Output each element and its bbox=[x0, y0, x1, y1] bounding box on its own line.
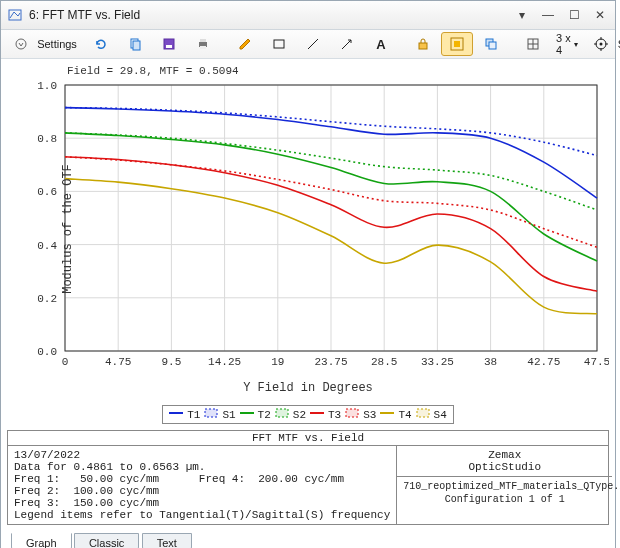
svg-text:23.75: 23.75 bbox=[314, 356, 347, 368]
svg-rect-16 bbox=[489, 42, 496, 49]
legend-swatch[interactable] bbox=[310, 408, 324, 421]
svg-rect-68 bbox=[346, 409, 358, 417]
window-title: 6: FFT MTF vs. Field bbox=[29, 8, 513, 22]
svg-line-11 bbox=[342, 40, 351, 49]
maximize-button[interactable]: ☐ bbox=[565, 8, 583, 22]
legend-swatch[interactable] bbox=[275, 408, 289, 421]
expand-button[interactable] bbox=[5, 32, 37, 56]
app-icon bbox=[7, 7, 23, 23]
info-caption: FFT MTF vs. Field bbox=[7, 430, 609, 446]
svg-text:0.4: 0.4 bbox=[37, 240, 57, 252]
legend-label: T1 bbox=[187, 409, 200, 421]
legend-swatch[interactable] bbox=[380, 408, 394, 421]
dropdown-button[interactable]: ▾ bbox=[513, 8, 531, 22]
svg-text:9.5: 9.5 bbox=[161, 356, 181, 368]
svg-line-10 bbox=[308, 39, 318, 49]
svg-text:0.0: 0.0 bbox=[37, 346, 57, 358]
grid-size-dropdown[interactable]: 3 x 4▾ bbox=[551, 32, 583, 56]
layers-icon[interactable] bbox=[475, 32, 507, 56]
app-window: 6: FFT MTF vs. Field ▾ — ☐ ✕ Settings A … bbox=[0, 0, 616, 548]
svg-rect-9 bbox=[274, 40, 284, 48]
legend-label: T3 bbox=[328, 409, 341, 421]
grid-icon[interactable] bbox=[517, 32, 549, 56]
tab-text[interactable]: Text bbox=[142, 533, 192, 548]
legend-label: T2 bbox=[258, 409, 271, 421]
svg-text:0: 0 bbox=[62, 356, 69, 368]
legend-swatch[interactable] bbox=[169, 408, 183, 421]
tab-graph[interactable]: Graph bbox=[11, 533, 72, 548]
info-left: 13/07/2022 Data for 0.4861 to 0.6563 µm.… bbox=[8, 446, 397, 524]
svg-text:19: 19 bbox=[271, 356, 284, 368]
legend-label: S1 bbox=[222, 409, 235, 421]
svg-text:38: 38 bbox=[484, 356, 497, 368]
pencil-icon[interactable] bbox=[229, 32, 261, 56]
svg-text:1.0: 1.0 bbox=[37, 80, 57, 92]
svg-text:0.6: 0.6 bbox=[37, 186, 57, 198]
plot-panel: Field = 29.8, MTF = 0.5094 Modulus of th… bbox=[1, 59, 615, 430]
svg-point-1 bbox=[16, 39, 26, 49]
target-icon[interactable] bbox=[585, 32, 617, 56]
svg-rect-8 bbox=[200, 46, 206, 49]
legend-swatch[interactable] bbox=[240, 408, 254, 421]
svg-rect-70 bbox=[417, 409, 429, 417]
rect-icon[interactable] bbox=[263, 32, 295, 56]
fit-icon[interactable] bbox=[441, 32, 473, 56]
chart-svg: 04.759.514.251923.7528.533.253842.7547.5… bbox=[7, 79, 609, 379]
svg-rect-5 bbox=[166, 45, 172, 48]
line-icon[interactable] bbox=[297, 32, 329, 56]
save-icon[interactable] bbox=[153, 32, 185, 56]
chart-area[interactable]: Modulus of the OTF 04.759.514.251923.752… bbox=[7, 79, 609, 379]
titlebar: 6: FFT MTF vs. Field ▾ — ☐ ✕ bbox=[1, 1, 615, 30]
legend[interactable]: T1S1T2S2T3S3T4S4 bbox=[162, 405, 454, 424]
svg-rect-7 bbox=[200, 39, 206, 42]
minimize-button[interactable]: — bbox=[539, 8, 557, 22]
svg-rect-14 bbox=[454, 41, 460, 47]
x-axis-label: Y Field in Degrees bbox=[7, 381, 609, 395]
copy-icon[interactable] bbox=[119, 32, 151, 56]
svg-text:42.75: 42.75 bbox=[527, 356, 560, 368]
info-table: 13/07/2022 Data for 0.4861 to 0.6563 µm.… bbox=[7, 446, 609, 525]
tab-classic[interactable]: Classic bbox=[74, 533, 139, 548]
vendor-cell: ZemaxOpticStudio bbox=[397, 446, 612, 477]
legend-label: S4 bbox=[434, 409, 447, 421]
svg-rect-3 bbox=[133, 41, 140, 50]
cursor-readout: Field = 29.8, MTF = 0.5094 bbox=[67, 65, 609, 79]
legend-label: S3 bbox=[363, 409, 376, 421]
arrow-icon[interactable] bbox=[331, 32, 363, 56]
legend-swatch[interactable] bbox=[345, 408, 359, 421]
close-button[interactable]: ✕ bbox=[591, 8, 609, 22]
svg-rect-64 bbox=[205, 409, 217, 417]
svg-rect-12 bbox=[419, 43, 427, 49]
file-cell: 710_reoptimized_MTF_materials_QType.zmxC… bbox=[397, 477, 612, 509]
bottom-tabs: Graph Classic Text bbox=[1, 529, 615, 548]
settings-button[interactable]: Settings bbox=[39, 32, 75, 56]
svg-text:28.5: 28.5 bbox=[371, 356, 397, 368]
svg-text:14.25: 14.25 bbox=[208, 356, 241, 368]
lock-icon[interactable] bbox=[407, 32, 439, 56]
svg-text:47.5: 47.5 bbox=[584, 356, 609, 368]
text-annot-icon[interactable]: A bbox=[365, 32, 397, 56]
print-icon[interactable] bbox=[187, 32, 219, 56]
legend-swatch[interactable] bbox=[204, 408, 218, 421]
svg-text:4.75: 4.75 bbox=[105, 356, 131, 368]
svg-text:33.25: 33.25 bbox=[421, 356, 454, 368]
svg-text:0.2: 0.2 bbox=[37, 293, 57, 305]
legend-label: S2 bbox=[293, 409, 306, 421]
svg-rect-66 bbox=[276, 409, 288, 417]
info-right: ZemaxOpticStudio 710_reoptimized_MTF_mat… bbox=[397, 446, 612, 524]
refresh-icon[interactable] bbox=[85, 32, 117, 56]
toolbar: Settings A 3 x 4▾ Standard▾ Automatic▾ ? bbox=[1, 30, 615, 59]
svg-point-21 bbox=[600, 43, 603, 46]
svg-text:0.8: 0.8 bbox=[37, 133, 57, 145]
y-axis-label: Modulus of the OTF bbox=[61, 164, 75, 294]
legend-swatch[interactable] bbox=[416, 408, 430, 421]
legend-label: T4 bbox=[398, 409, 411, 421]
